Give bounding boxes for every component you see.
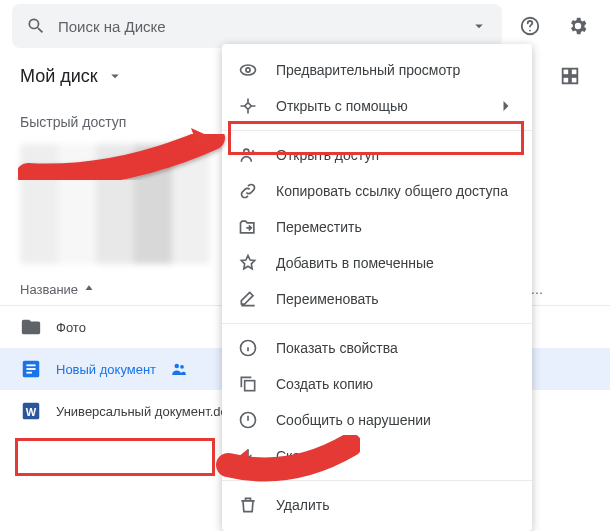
menu-download[interactable]: Скачать [222, 438, 532, 474]
help-button[interactable] [510, 6, 550, 46]
svg-rect-6 [571, 69, 577, 75]
svg-point-18 [246, 68, 250, 72]
svg-rect-21 [245, 381, 255, 391]
menu-rename[interactable]: Переименовать [222, 281, 532, 317]
title-dropdown-icon[interactable] [106, 67, 124, 85]
grid-view-button[interactable] [550, 56, 590, 96]
svg-point-14 [180, 365, 184, 369]
file-name: Новый документ [56, 362, 156, 377]
menu-preview[interactable]: Предварительный просмотр [222, 52, 532, 88]
file-name: Универсальный документ.docx [56, 404, 241, 419]
dropdown-icon[interactable] [470, 17, 488, 35]
menu-share[interactable]: Открыть доступ [222, 137, 532, 173]
settings-button[interactable] [558, 6, 598, 46]
svg-rect-7 [563, 77, 569, 83]
svg-point-19 [244, 149, 249, 154]
quick-access-thumb[interactable] [20, 144, 210, 264]
menu-move[interactable]: Переместить [222, 209, 532, 245]
menu-remove[interactable]: Удалить [222, 487, 532, 523]
svg-point-17 [241, 65, 256, 75]
sort-up-icon [82, 283, 96, 297]
doc-icon [20, 358, 42, 380]
menu-get-link[interactable]: Копировать ссылку общего доступа [222, 173, 532, 209]
page-title: Мой диск [20, 66, 98, 87]
svg-rect-8 [571, 77, 577, 83]
search-icon [26, 16, 46, 36]
file-name: Фото [56, 320, 86, 335]
menu-details[interactable]: Показать свойства [222, 330, 532, 366]
svg-rect-5 [563, 69, 569, 75]
search-input[interactable] [58, 18, 458, 35]
svg-point-13 [175, 364, 180, 369]
annotation-box [15, 438, 215, 476]
context-menu: Предварительный просмотр Открыть с помощ… [222, 44, 532, 531]
chevron-right-icon [496, 96, 516, 116]
word-icon: W [20, 400, 42, 422]
folder-icon [20, 316, 42, 338]
svg-rect-12 [26, 372, 32, 374]
menu-open-with[interactable]: Открыть с помощью [222, 88, 532, 124]
svg-text:W: W [26, 406, 37, 418]
menu-copy[interactable]: Создать копию [222, 366, 532, 402]
shared-icon [170, 360, 188, 378]
svg-point-1 [529, 30, 531, 32]
menu-star[interactable]: Добавить в помеченные [222, 245, 532, 281]
search-box[interactable] [12, 4, 502, 48]
svg-rect-10 [26, 364, 35, 366]
svg-rect-11 [26, 368, 35, 370]
menu-report[interactable]: Сообщить о нарушении [222, 402, 532, 438]
